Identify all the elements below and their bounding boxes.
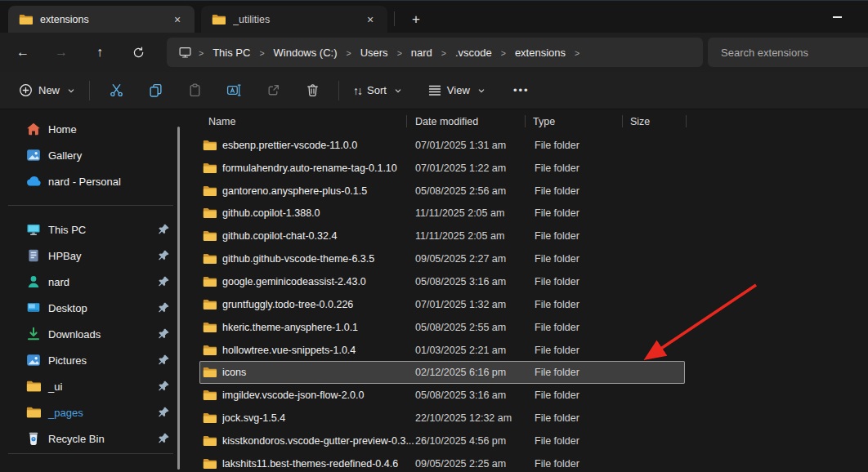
file-row[interactable]: github.copilot-chat-0.32.4 11/11/2025 2:… xyxy=(199,225,685,247)
sidebar-divider xyxy=(8,453,173,454)
copy-button[interactable] xyxy=(139,77,172,105)
tab-utilities[interactable]: _utilities × xyxy=(201,6,387,33)
address-bar[interactable]: >This PC>Windows (C:)>Users>nard>.vscode… xyxy=(167,38,703,67)
breadcrumb-item[interactable]: .vscode xyxy=(450,44,498,61)
paste-button[interactable] xyxy=(178,77,211,105)
view-button[interactable]: View xyxy=(421,77,493,105)
breadcrumb-chevron-icon: > xyxy=(256,48,267,58)
more-options-button[interactable]: ••• xyxy=(506,77,537,105)
refresh-button[interactable] xyxy=(124,39,152,65)
file-name: github.copilot-1.388.0 xyxy=(222,207,415,219)
tab-label: extensions xyxy=(40,14,168,25)
file-row[interactable]: github.github-vscode-theme-6.3.5 09/05/2… xyxy=(199,247,685,270)
breadcrumb-item[interactable]: Users xyxy=(355,44,394,61)
delete-button[interactable] xyxy=(296,77,329,105)
sidebar-item-ui-folder[interactable]: _ui xyxy=(7,373,177,399)
file-row[interactable]: hkeric.theme-anysphere-1.0.1 05/08/2025 … xyxy=(199,316,685,339)
chevron-down-icon xyxy=(67,87,75,94)
sidebar-scrollbar[interactable] xyxy=(177,127,180,470)
more-icon: ••• xyxy=(513,84,530,96)
file-name: github.github-vscode-theme-6.3.5 xyxy=(222,253,415,265)
sidebar-item-home[interactable]: Home xyxy=(7,116,177,142)
file-row[interactable]: gantoreno.anysphere-plus-0.1.5 05/08/202… xyxy=(199,180,685,203)
file-type: File folder xyxy=(534,322,629,333)
file-row[interactable]: jock.svg-1.5.4 22/10/2025 12:32 am File … xyxy=(199,407,685,430)
column-header-type[interactable]: Type xyxy=(526,112,623,131)
file-row[interactable]: hollowtree.vue-snippets-1.0.4 01/03/2025… xyxy=(199,339,685,362)
sidebar-item-this-pc[interactable]: This PC xyxy=(7,216,177,243)
breadcrumb: >This PC>Windows (C:)>Users>nard>.vscode… xyxy=(195,47,583,59)
forward-button[interactable]: → xyxy=(47,39,75,65)
sidebar-item-nard[interactable]: nard xyxy=(7,269,177,295)
sidebar-item-gallery[interactable]: Gallery xyxy=(7,142,177,168)
file-row[interactable]: github.copilot-1.388.0 11/11/2025 2:05 a… xyxy=(199,203,685,225)
this-pc-icon xyxy=(26,222,41,237)
search-input[interactable]: Search extensions xyxy=(708,38,868,67)
folder-icon xyxy=(203,322,217,333)
paste-icon xyxy=(188,83,202,97)
sort-button[interactable]: ↑↓ Sort xyxy=(346,77,409,105)
sidebar-item-pictures[interactable]: Pictures xyxy=(7,347,177,373)
sidebar-item-pages-folder[interactable]: _pages xyxy=(7,399,177,425)
folder-icon xyxy=(26,379,41,394)
expand-chevron-icon[interactable]: > xyxy=(0,176,5,185)
file-type: File folder xyxy=(534,207,629,219)
file-date-modified: 01/03/2025 2:21 am xyxy=(415,345,534,356)
sidebar-item-label: nard xyxy=(48,276,69,288)
sidebar-item-desktop[interactable]: Desktop xyxy=(7,295,177,321)
breadcrumb-item[interactable]: extensions xyxy=(509,44,571,61)
breadcrumb-item[interactable]: This PC xyxy=(207,44,256,61)
tab-close-icon[interactable]: × xyxy=(361,11,379,29)
pictures-icon xyxy=(26,353,41,367)
column-label: Name xyxy=(208,116,235,127)
rename-button[interactable] xyxy=(217,77,250,105)
file-row[interactable]: icons 02/12/2025 6:16 pm File folder xyxy=(199,361,685,384)
sidebar-item-hpbay[interactable]: HPBay xyxy=(7,243,177,269)
folder-icon xyxy=(203,299,217,310)
sidebar-item-label: Recycle Bin xyxy=(48,433,105,445)
file-row[interactable]: formulahendry.auto-rename-tag-0.1.10 07/… xyxy=(199,157,685,180)
file-name: google.geminicodeassist-2.43.0 xyxy=(222,276,415,287)
sidebar-item-downloads[interactable]: Downloads xyxy=(7,321,177,347)
command-toolbar: New xyxy=(0,72,868,109)
file-row[interactable]: esbenp.prettier-vscode-11.0.0 07/01/2025… xyxy=(199,134,685,157)
folder-icon xyxy=(203,276,217,287)
sidebar-divider xyxy=(8,205,173,206)
breadcrumb-item[interactable]: Windows (C:) xyxy=(268,44,343,61)
folder-icon xyxy=(203,458,217,470)
cut-button[interactable] xyxy=(100,77,132,105)
file-row[interactable]: google.geminicodeassist-2.43.0 05/08/202… xyxy=(199,270,685,293)
file-row[interactable]: gruntfuggly.todo-tree-0.0.226 07/01/2025… xyxy=(199,293,685,316)
new-button[interactable]: New xyxy=(11,77,83,105)
file-date-modified: 09/05/2025 2:27 am xyxy=(415,253,534,265)
folder-icon xyxy=(203,185,217,197)
file-row[interactable]: lakshits11.best-themes-redefined-0.4.6 0… xyxy=(199,452,685,472)
sidebar-item-recycle-bin[interactable]: Recycle Bin xyxy=(7,425,177,452)
folder-icon xyxy=(26,405,41,420)
column-header-size[interactable]: Size xyxy=(623,112,687,131)
trash-icon xyxy=(306,83,320,97)
column-separator[interactable] xyxy=(686,115,687,127)
column-header-date-modified[interactable]: Date modified xyxy=(407,112,526,131)
up-button[interactable]: ↑ xyxy=(86,39,114,65)
column-header-name[interactable]: Name xyxy=(188,112,407,131)
tab-extensions[interactable]: extensions × xyxy=(8,6,195,33)
tab-close-icon[interactable]: × xyxy=(168,11,186,29)
file-name: gantoreno.anysphere-plus-0.1.5 xyxy=(222,185,415,197)
share-button[interactable] xyxy=(257,77,289,105)
new-tab-button[interactable]: + xyxy=(404,8,428,31)
file-name: github.copilot-chat-0.32.4 xyxy=(222,230,415,242)
file-name: hollowtree.vue-snippets-1.0.4 xyxy=(222,345,415,356)
file-rows: esbenp.prettier-vscode-11.0.0 07/01/2025… xyxy=(188,134,868,472)
view-button-label: View xyxy=(447,84,470,96)
minimize-button[interactable] xyxy=(821,6,853,29)
file-row[interactable]: kisstkondoros.vscode-gutter-preview-0.3.… xyxy=(199,430,685,452)
file-name: formulahendry.auto-rename-tag-0.1.10 xyxy=(222,163,415,174)
file-row[interactable]: imgildev.vscode-json-flow-2.0.0 05/08/20… xyxy=(199,384,685,407)
back-button[interactable]: ← xyxy=(9,39,37,65)
breadcrumb-item[interactable]: nard xyxy=(405,44,438,61)
sidebar-item-onedrive[interactable]: > nard - Personal xyxy=(7,168,177,194)
file-name: lakshits11.best-themes-redefined-0.4.6 xyxy=(222,458,415,470)
tab-label: _utilities xyxy=(233,14,361,25)
toolbar-separator xyxy=(338,81,339,100)
